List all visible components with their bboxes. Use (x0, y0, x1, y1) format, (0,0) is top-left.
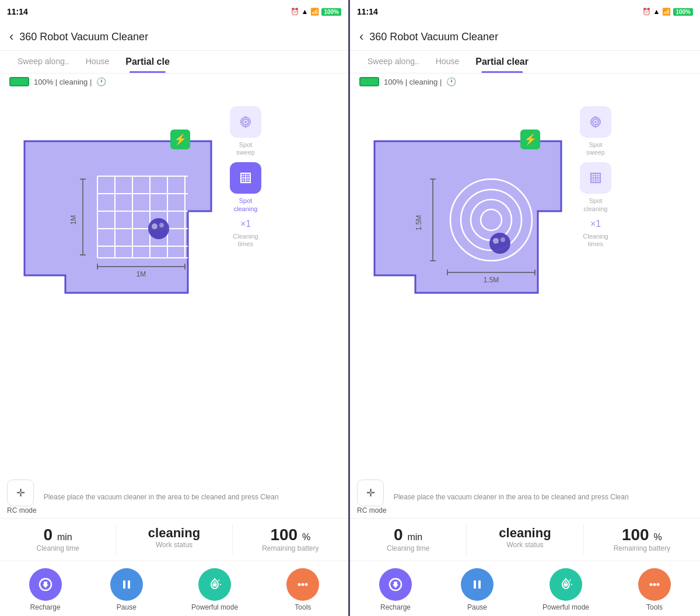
time-right: 11:14 (357, 7, 378, 16)
tab-house-left[interactable]: House (78, 51, 117, 73)
status-text-right: 100% | cleaning | (384, 78, 442, 86)
spot-cleaning-label-right: Spotcleaning (584, 197, 608, 212)
pause-action-right[interactable]: Pause (461, 568, 494, 611)
recharge-circle-right (379, 568, 412, 601)
recharge-circle-left (29, 568, 62, 601)
wifi-icon: ▲ (302, 8, 309, 16)
svg-text:1.5M: 1.5M (415, 215, 423, 231)
svg-point-57 (493, 238, 499, 244)
back-button-right[interactable]: ‹ (359, 29, 363, 44)
action-row-right: Recharge Pause (350, 561, 700, 616)
rc-button-left[interactable]: ✛ (7, 480, 34, 506)
recharge-action-right[interactable]: Recharge (379, 568, 412, 611)
alarm-icon-r: ⏰ (642, 8, 651, 16)
times-value-left: ×1 (240, 219, 251, 229)
svg-line-37 (219, 580, 220, 581)
map-container-right: ⚡ 1.5M (350, 90, 700, 476)
rc-row-left: ✛ RC mode (7, 480, 37, 514)
rc-label-right: RC mode (357, 506, 387, 514)
stat-work-status-left: cleaning Work status (116, 524, 232, 555)
powerful-circle-left (198, 568, 231, 601)
spot-sweep-btn-right[interactable] (580, 106, 611, 138)
map-svg-left: ⚡ (7, 94, 223, 304)
pause-action-left[interactable]: Pause (110, 568, 143, 611)
tools-circle-right (638, 568, 671, 601)
svg-rect-67 (474, 580, 476, 589)
tools-action-right[interactable]: Tools (638, 568, 671, 611)
svg-point-56 (489, 233, 510, 254)
svg-text:⚡: ⚡ (174, 133, 187, 146)
pause-circle-right (461, 568, 494, 601)
status-bar-left: 11:14 ⏰ ▲ 📶 100% (0, 0, 350, 23)
rc-button-right[interactable]: ✛ (357, 480, 384, 506)
panel-left: ‹ 360 Robot Vacuum Cleaner Sweep along..… (0, 23, 350, 616)
header-left: ‹ 360 Robot Vacuum Cleaner (0, 23, 348, 51)
work-status-label-left: Work status (156, 541, 192, 549)
battery-value-left: 100 % (270, 527, 310, 543)
svg-point-41 (305, 583, 308, 586)
rc-label-left: RC mode (7, 506, 37, 514)
map-area-left[interactable]: ⚡ (7, 94, 223, 304)
tools-action-left[interactable]: Tools (286, 568, 319, 611)
stats-row-right: 0 min Cleaning time cleaning Work status… (350, 518, 700, 561)
panels-container: ‹ 360 Robot Vacuum Cleaner Sweep along..… (0, 23, 700, 616)
work-status-label-right: Work status (506, 541, 543, 549)
tab-sweep-right[interactable]: Sweep along.. (359, 51, 428, 73)
rc-row-right: ✛ RC mode (357, 480, 387, 514)
clock-icon-left: 🕐 (96, 77, 106, 86)
stat-battery-right: 100 % Remaining battery (584, 524, 700, 555)
svg-rect-34 (128, 580, 130, 589)
svg-rect-33 (123, 580, 125, 589)
spot-cleaning-btn-right[interactable] (580, 162, 611, 194)
tab-sweep-left[interactable]: Sweep along.. (9, 51, 78, 73)
instruction-text-right: Please place the vacuum cleaner in the a… (394, 493, 693, 501)
action-row-left: Recharge Pause (0, 561, 348, 616)
header-right: ‹ 360 Robot Vacuum Cleaner (350, 23, 700, 51)
back-button-left[interactable]: ‹ (9, 29, 13, 44)
tools-circle-left (286, 568, 319, 601)
svg-point-23 (152, 223, 158, 229)
map-footer-right: ✛ RC mode Please place the vacuum cleane… (350, 476, 700, 518)
powerful-label-left: Powerful mode (191, 603, 238, 611)
times-label-left: Cleaningtimes (233, 233, 258, 248)
title-right: 360 Robot Vacuum Cleaner (369, 31, 498, 43)
recharge-label-left: Recharge (30, 603, 61, 611)
tab-partial-right[interactable]: Partial clear (467, 51, 537, 73)
svg-point-22 (148, 218, 169, 239)
svg-point-58 (501, 237, 505, 242)
svg-point-74 (653, 583, 656, 586)
battery-status-right: 100% | cleaning | 🕐 (350, 74, 700, 90)
status-bar-right: 11:14 ⏰ ▲ 📶 100% (350, 0, 700, 23)
battery-status-left: 100% | cleaning | 🕐 (0, 74, 348, 90)
spot-sweep-btn-left[interactable] (230, 106, 261, 138)
map-area-right[interactable]: ⚡ 1.5M (357, 94, 573, 304)
powerful-action-right[interactable]: Powerful mode (542, 568, 589, 611)
stat-cleaning-time-left: 0 min Cleaning time (0, 524, 116, 555)
tab-house-right[interactable]: House (428, 51, 467, 73)
times-label-right: Cleaningtimes (583, 233, 608, 248)
tab-partial-left[interactable]: Partial cle (117, 51, 178, 73)
svg-point-73 (649, 583, 652, 586)
svg-point-24 (159, 223, 164, 228)
svg-point-69 (565, 583, 567, 586)
powerful-action-left[interactable]: Powerful mode (191, 568, 238, 611)
pause-circle-left (110, 568, 143, 601)
signal-icon: 📶 (310, 8, 319, 16)
clock-icon-right: 🕐 (446, 77, 456, 86)
svg-point-35 (214, 583, 216, 586)
recharge-label-right: Recharge (380, 603, 411, 611)
tools-label-right: Tools (646, 603, 663, 611)
svg-rect-68 (478, 580, 481, 589)
tabs-left: Sweep along.. House Partial cle (0, 51, 348, 74)
time-left: 11:14 (7, 7, 28, 16)
powerful-circle-right (550, 568, 582, 601)
spot-cleaning-btn-left[interactable] (230, 162, 261, 194)
recharge-action-left[interactable]: Recharge (29, 568, 62, 611)
cleaning-time-label-left: Cleaning time (36, 544, 79, 552)
battery-right: 100% (673, 8, 693, 16)
instruction-text-left: Please place the vacuum cleaner in the a… (44, 493, 341, 501)
spot-sweep-label-right: Spotsweep (586, 141, 605, 156)
svg-line-71 (569, 580, 570, 581)
wifi-icon-r: ▲ (653, 8, 660, 16)
cleaning-time-label-right: Cleaning time (387, 544, 429, 552)
